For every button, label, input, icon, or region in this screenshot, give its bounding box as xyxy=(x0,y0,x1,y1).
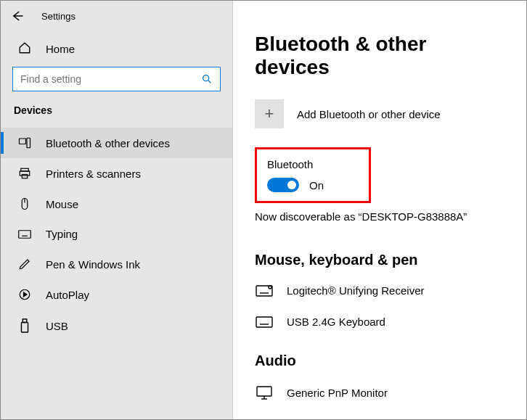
monitor-icon xyxy=(255,385,274,400)
bluetooth-toggle-row: On xyxy=(267,178,328,192)
bluetooth-toggle-state: On xyxy=(309,179,324,192)
mouse-icon xyxy=(18,197,31,210)
sidebar-item-pen[interactable]: Pen & Windows Ink xyxy=(1,249,232,279)
bluetooth-toggle[interactable] xyxy=(267,178,299,192)
svg-point-18 xyxy=(269,286,271,289)
sidebar-section-title: Devices xyxy=(1,104,232,128)
bluetooth-highlight: Bluetooth On xyxy=(255,147,371,203)
settings-app: Settings Home Devices xyxy=(0,0,527,420)
device-monitor[interactable]: Generic PnP Monitor xyxy=(255,381,504,404)
search-wrap xyxy=(1,67,232,104)
device-label: Logitech® Unifying Receiver xyxy=(287,284,424,297)
search-field[interactable] xyxy=(20,73,201,85)
bluetooth-label: Bluetooth xyxy=(267,158,328,170)
sidebar-item-label: USB xyxy=(46,320,68,332)
svg-rect-20 xyxy=(256,317,272,327)
sidebar-item-label: Printers & scanners xyxy=(46,168,141,180)
svg-rect-1 xyxy=(20,139,26,144)
discoverable-status: Now discoverable as “DESKTOP-G83888A” xyxy=(255,210,504,223)
svg-rect-4 xyxy=(20,171,30,176)
keyboard-icon xyxy=(18,229,31,239)
sidebar-item-autoplay[interactable]: AutoPlay xyxy=(1,279,232,310)
title-bar: Settings xyxy=(1,9,232,36)
sidebar-item-usb[interactable]: USB xyxy=(1,310,232,342)
home-icon xyxy=(18,41,31,57)
sidebar-item-typing[interactable]: Typing xyxy=(1,219,232,249)
device-label: Generic PnP Monitor xyxy=(287,387,388,399)
keyboard-icon xyxy=(255,285,274,297)
search-icon xyxy=(201,73,213,85)
sidebar-nav: Bluetooth & other devices Printers & sca… xyxy=(1,128,232,342)
window-title: Settings xyxy=(41,11,75,22)
page-title: Bluetooth & other devices xyxy=(255,33,504,79)
main-content: Bluetooth & other devices + Add Bluetoot… xyxy=(233,1,526,419)
svg-rect-2 xyxy=(27,138,30,148)
sidebar-item-mouse[interactable]: Mouse xyxy=(1,189,232,219)
add-device-label: Add Bluetooth or other device xyxy=(297,108,441,120)
svg-rect-5 xyxy=(22,175,28,178)
search-input[interactable] xyxy=(12,67,221,91)
autoplay-icon xyxy=(18,288,31,301)
sidebar-item-label: Mouse xyxy=(46,198,78,210)
pen-icon xyxy=(18,258,31,271)
nav-home-label: Home xyxy=(46,43,75,55)
section-title-audio: Audio xyxy=(255,353,504,369)
plus-icon: + xyxy=(255,99,284,128)
device-logitech[interactable]: Logitech® Unifying Receiver xyxy=(255,280,504,301)
device-label: USB 2.4G Keyboard xyxy=(287,316,385,328)
printer-icon xyxy=(18,167,31,180)
sidebar-item-printers[interactable]: Printers & scanners xyxy=(1,158,232,189)
sidebar-item-label: Bluetooth & other devices xyxy=(46,137,170,149)
sidebar-item-label: Typing xyxy=(46,228,78,240)
sidebar-item-label: Pen & Windows Ink xyxy=(46,258,140,271)
svg-rect-8 xyxy=(19,230,31,238)
back-icon[interactable] xyxy=(11,9,24,22)
sidebar-item-bluetooth[interactable]: Bluetooth & other devices xyxy=(1,128,232,158)
svg-point-0 xyxy=(203,75,209,81)
svg-rect-26 xyxy=(257,387,271,396)
sidebar-item-label: AutoPlay xyxy=(46,289,89,301)
section-title-mkp: Mouse, keyboard & pen xyxy=(255,252,504,268)
usb-icon xyxy=(18,318,31,333)
sidebar: Settings Home Devices xyxy=(1,1,233,419)
keyboard-icon xyxy=(255,316,274,328)
devices-icon xyxy=(18,136,31,149)
nav-home[interactable]: Home xyxy=(1,36,232,67)
svg-rect-16 xyxy=(21,322,28,332)
device-usb-keyboard[interactable]: USB 2.4G Keyboard xyxy=(255,311,504,332)
toggle-knob xyxy=(287,181,296,189)
add-device-button[interactable]: + Add Bluetooth or other device xyxy=(255,99,504,128)
